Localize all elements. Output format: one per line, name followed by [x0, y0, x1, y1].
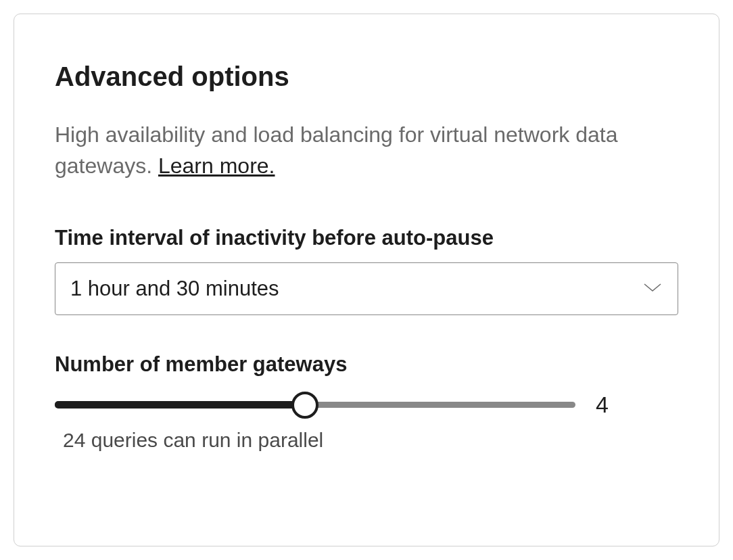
gateways-label: Number of member gateways [55, 352, 678, 377]
advanced-options-card: Advanced options High availability and l… [14, 14, 719, 546]
gateways-field: Number of member gateways 4 24 queries c… [55, 352, 678, 452]
section-description: High availability and load balancing for… [55, 119, 678, 182]
learn-more-link[interactable]: Learn more. [158, 154, 275, 178]
gateways-helper-text: 24 queries can run in parallel [63, 429, 678, 452]
section-title: Advanced options [55, 62, 678, 92]
autopause-select-value: 1 hour and 30 minutes [70, 277, 637, 301]
autopause-select[interactable]: 1 hour and 30 minutes [55, 262, 678, 315]
autopause-field: Time interval of inactivity before auto-… [55, 226, 678, 315]
gateways-slider-row: 4 [55, 392, 678, 419]
gateways-slider[interactable] [55, 392, 575, 419]
slider-track-fill [55, 401, 305, 409]
gateways-value: 4 [596, 392, 669, 418]
autopause-select-wrapper: 1 hour and 30 minutes [55, 262, 678, 315]
description-text: High availability and load balancing for… [55, 122, 617, 178]
slider-thumb[interactable] [291, 392, 318, 419]
autopause-label: Time interval of inactivity before auto-… [55, 226, 678, 250]
